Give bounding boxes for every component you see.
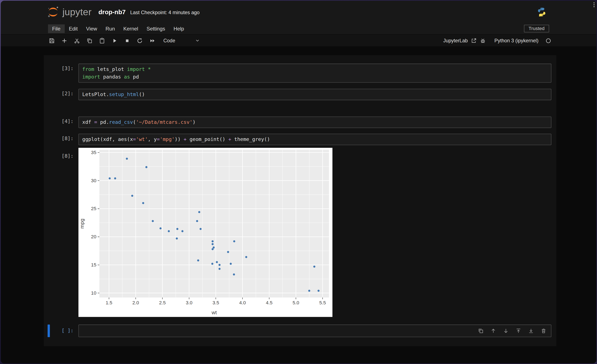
cut-icon[interactable] bbox=[74, 38, 80, 44]
cell-type-select[interactable]: Code bbox=[163, 38, 200, 43]
code-editor-setup[interactable]: LetsPlot.setup_html() bbox=[79, 89, 551, 100]
restart-run-all-icon[interactable] bbox=[149, 38, 156, 44]
jupyterlab-link[interactable]: JupyterLab bbox=[443, 38, 468, 43]
code-cell-read-csv: [4]: xdf = pd.read_csv('~/Data/mtcars.cs… bbox=[44, 117, 556, 128]
svg-text:wt: wt bbox=[211, 310, 217, 315]
notebook-title[interactable]: drop-nb7 bbox=[98, 8, 126, 16]
run-icon[interactable] bbox=[111, 38, 118, 44]
insert-cell-icon[interactable] bbox=[61, 38, 68, 44]
copy-icon[interactable] bbox=[86, 38, 93, 44]
jupyter-logo-icon bbox=[47, 6, 59, 18]
menu-item-view[interactable]: View bbox=[82, 24, 101, 33]
move-cell-up-icon[interactable] bbox=[490, 328, 496, 334]
svg-text:1.5: 1.5 bbox=[106, 300, 112, 305]
stop-icon[interactable] bbox=[124, 38, 130, 44]
external-link-icon[interactable] bbox=[471, 38, 477, 44]
python-logo-icon bbox=[536, 7, 547, 17]
kernel-name[interactable]: Python 3 (ipykernel) bbox=[495, 38, 538, 43]
svg-text:20: 20 bbox=[91, 234, 96, 239]
notebook-title-group: drop-nb7 Last Checkpoint: 4 minutes ago bbox=[98, 8, 199, 16]
move-cell-down-icon[interactable] bbox=[503, 328, 509, 334]
svg-text:3.0: 3.0 bbox=[186, 300, 192, 305]
svg-text:3.5: 3.5 bbox=[212, 300, 219, 305]
menu-item-run[interactable]: Run bbox=[101, 24, 119, 33]
svg-text:2.0: 2.0 bbox=[133, 300, 139, 305]
code-cell-ggplot: [8]: ggplot(xdf, aes(x='wt', y='mpg')) +… bbox=[44, 134, 556, 145]
delete-cell-icon[interactable] bbox=[541, 328, 546, 334]
menu-item-file[interactable]: File bbox=[48, 24, 65, 33]
kernel-status-icon[interactable] bbox=[545, 38, 551, 44]
menu-item-settings[interactable]: Settings bbox=[142, 24, 169, 33]
empty-code-editor[interactable] bbox=[79, 325, 551, 337]
execution-prompt: [4]: bbox=[44, 117, 79, 128]
insert-cell-above-icon[interactable] bbox=[516, 328, 521, 334]
svg-text:5.0: 5.0 bbox=[293, 300, 299, 305]
notebook-toolbar: Code JupyterLab Python 3 (ipykernel) bbox=[1, 34, 596, 47]
header-bar: jupyter drop-nb7 Last Checkpoint: 4 minu… bbox=[1, 1, 596, 23]
notebook-panel: [3]: from lets_plot import *import panda… bbox=[44, 55, 556, 346]
svg-text:4.0: 4.0 bbox=[239, 300, 246, 305]
menu-item-edit[interactable]: Edit bbox=[65, 24, 82, 33]
execution-prompt: [3]: bbox=[44, 64, 79, 83]
cell-type-label: Code bbox=[163, 38, 175, 43]
scatter-plot-svg: 1.52.02.53.03.54.04.55.05.5101520253035w… bbox=[79, 148, 333, 317]
svg-text:4.5: 4.5 bbox=[266, 300, 273, 305]
execution-prompt: [8]: bbox=[44, 134, 79, 145]
active-cell-indicator bbox=[47, 325, 50, 337]
trusted-button[interactable]: Trusted bbox=[524, 25, 549, 32]
code-editor-ggplot[interactable]: ggplot(xdf, aes(x='wt', y='mpg')) + geom… bbox=[79, 134, 551, 145]
menu-items: FileEditViewRunKernelSettingsHelp bbox=[48, 24, 188, 33]
empty-active-cell: [ ]: bbox=[44, 325, 556, 337]
svg-text:2.5: 2.5 bbox=[159, 300, 166, 305]
menu-item-help[interactable]: Help bbox=[169, 24, 188, 33]
desktop-background: jupyter drop-nb7 Last Checkpoint: 4 minu… bbox=[0, 0, 597, 364]
code-editor-imports[interactable]: from lets_plot import *import pandas as … bbox=[79, 64, 551, 83]
chevron-down-icon bbox=[195, 38, 200, 43]
svg-text:10: 10 bbox=[91, 290, 96, 296]
svg-text:25: 25 bbox=[91, 206, 96, 211]
insert-cell-below-icon[interactable] bbox=[528, 328, 534, 334]
code-cell-setup: [2]: LetsPlot.setup_html() bbox=[44, 89, 556, 100]
toolbar-right: JupyterLab Python 3 (ipykernel) bbox=[443, 38, 551, 44]
scrollbar-dots-icon bbox=[593, 2, 595, 7]
output-prompt: [8]: bbox=[44, 148, 79, 317]
debugger-bug-icon[interactable] bbox=[480, 38, 486, 44]
restart-kernel-icon[interactable] bbox=[137, 38, 143, 44]
jupyter-logo[interactable]: jupyter bbox=[47, 6, 92, 18]
jupyter-window: jupyter drop-nb7 Last Checkpoint: 4 minu… bbox=[1, 1, 596, 364]
svg-text:mpg: mpg bbox=[79, 219, 85, 229]
scatter-plot-output: 1.52.02.53.03.54.04.55.05.5101520253035w… bbox=[79, 148, 333, 317]
menu-item-kernel[interactable]: Kernel bbox=[119, 24, 142, 33]
svg-text:30: 30 bbox=[91, 178, 96, 183]
svg-text:5.5: 5.5 bbox=[319, 300, 326, 305]
svg-text:35: 35 bbox=[91, 150, 96, 155]
code-editor-read-csv[interactable]: xdf = pd.read_csv('~/Data/mtcars.csv') bbox=[79, 117, 551, 128]
svg-text:15: 15 bbox=[91, 262, 96, 268]
save-icon[interactable] bbox=[49, 38, 55, 44]
code-cell-imports: [3]: from lets_plot import *import panda… bbox=[44, 64, 556, 83]
output-cell: [8]: 1.52.02.53.03.54.04.55.05.510152025… bbox=[44, 148, 556, 317]
duplicate-cell-icon[interactable] bbox=[478, 328, 484, 334]
checkpoint-status: Last Checkpoint: 4 minutes ago bbox=[130, 9, 199, 15]
notebook-scroll-area[interactable]: [3]: from lets_plot import *import panda… bbox=[1, 47, 596, 363]
execution-prompt: [2]: bbox=[44, 89, 79, 100]
jupyter-wordmark: jupyter bbox=[63, 6, 92, 17]
paste-icon[interactable] bbox=[99, 38, 105, 44]
menu-bar: FileEditViewRunKernelSettingsHelp Truste… bbox=[1, 23, 596, 34]
